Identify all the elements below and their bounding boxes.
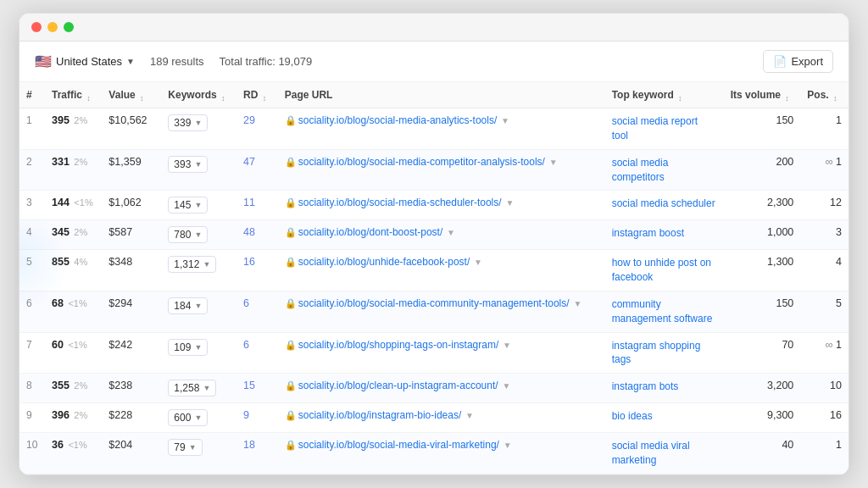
cell-rd: 29 (236, 108, 278, 150)
cell-traffic: 855 4% (45, 250, 102, 291)
total-traffic: Total traffic: 19,079 (220, 55, 313, 68)
cell-traffic: 395 2% (45, 108, 102, 150)
cell-volume: 1,300 (724, 250, 801, 291)
sort-icon-value (140, 92, 148, 100)
col-header-keywords[interactable]: Keywords (161, 82, 236, 108)
sort-icon-rd (263, 92, 271, 100)
cell-keywords[interactable]: 145 ▼ (161, 191, 236, 220)
cell-rd: 47 (236, 149, 278, 191)
keywords-box[interactable]: 109 ▼ (168, 339, 208, 356)
keywords-box[interactable]: 780 ▼ (168, 226, 208, 243)
cell-url[interactable]: 🔒sociality.io/blog/social-media-analytic… (278, 108, 605, 150)
keywords-box[interactable]: 600 ▼ (168, 409, 208, 426)
page-url-link[interactable]: sociality.io/blog/social-media-viral-mar… (298, 439, 499, 451)
results-count: 189 results (150, 55, 204, 68)
traffic-percent: 2% (74, 227, 87, 237)
cell-url[interactable]: 🔒sociality.io/blog/social-media-viral-ma… (278, 433, 605, 474)
cell-volume: 3,200 (724, 374, 801, 403)
cell-top-keyword: instagram bots (605, 374, 724, 403)
col-header-volume[interactable]: Its volume (724, 82, 801, 108)
lock-icon: 🔒 (285, 257, 297, 267)
chevron-down-icon: ▼ (194, 119, 202, 127)
chevron-down-icon: ▼ (194, 201, 202, 209)
cell-keywords[interactable]: 339 ▼ (161, 108, 236, 150)
chevron-down-icon: ▼ (203, 384, 210, 392)
keywords-box[interactable]: 184 ▼ (168, 297, 208, 314)
export-button[interactable]: 📄 Export (763, 50, 833, 73)
cell-volume: 40 (724, 433, 801, 474)
keywords-box[interactable]: 1,258 ▼ (168, 380, 216, 396)
cell-keywords[interactable]: 600 ▼ (161, 403, 236, 433)
chevron-down-icon: ▼ (203, 260, 210, 269)
cell-rd: 15 (236, 374, 278, 403)
cell-url[interactable]: 🔒sociality.io/blog/dont-boost-post/ ▼ (278, 220, 605, 250)
traffic-value: 395 (52, 114, 70, 126)
cell-url[interactable]: 🔒sociality.io/blog/social-media-competit… (278, 149, 605, 191)
keywords-box[interactable]: 1,312 ▼ (168, 256, 216, 273)
cell-keywords[interactable]: 1,258 ▼ (161, 374, 236, 403)
col-header-topkw[interactable]: Top keyword (605, 82, 724, 108)
cell-url[interactable]: 🔒sociality.io/blog/clean-up-instagram-ac… (278, 374, 605, 403)
table-row: 3 144 <1% $1,062 145 ▼ 11 🔒sociality.io/… (19, 191, 849, 220)
cell-traffic: 345 2% (45, 220, 102, 250)
cell-url[interactable]: 🔒sociality.io/blog/shopping-tags-on-inst… (278, 332, 605, 374)
cell-keywords[interactable]: 393 ▼ (161, 149, 236, 191)
keywords-box[interactable]: 145 ▼ (168, 197, 208, 214)
close-dot[interactable] (31, 22, 42, 32)
cell-num: 6 (19, 291, 45, 333)
url-arrow-icon: ▼ (500, 381, 511, 391)
keywords-box[interactable]: 393 ▼ (168, 156, 208, 173)
chevron-down-icon: ▼ (194, 343, 202, 352)
traffic-percent: 2% (74, 115, 87, 125)
country-selector[interactable]: 🇺🇸 United States ▼ (35, 53, 135, 69)
cell-url[interactable]: 🔒sociality.io/blog/unhide-facebook-post/… (278, 250, 605, 291)
cell-value: $587 (102, 220, 161, 250)
col-header-traffic[interactable]: Traffic (45, 82, 102, 108)
page-url-link[interactable]: sociality.io/blog/social-media-scheduler… (298, 197, 502, 208)
cell-value: $238 (102, 374, 161, 403)
cell-keywords[interactable]: 184 ▼ (161, 291, 236, 333)
page-url-link[interactable]: sociality.io/blog/clean-up-instagram-acc… (298, 380, 498, 391)
cell-top-keyword: how to unhide post on facebook (605, 250, 724, 291)
keywords-box[interactable]: 339 ▼ (168, 114, 208, 131)
cell-keywords[interactable]: 1,312 ▼ (161, 250, 236, 291)
cell-url[interactable]: 🔒sociality.io/blog/social-media-communit… (278, 291, 605, 333)
cell-value: $348 (102, 250, 161, 291)
lock-icon: 🔒 (285, 115, 297, 125)
col-header-pos[interactable]: Pos. (800, 82, 849, 108)
title-bar (19, 14, 849, 42)
sort-icon-topkw (678, 92, 687, 100)
cell-url[interactable]: 🔒sociality.io/blog/social-media-schedule… (278, 191, 605, 220)
cell-url[interactable]: 🔒sociality.io/blog/instagram-bio-ideas/ … (278, 403, 605, 433)
keywords-box[interactable]: 79 ▼ (168, 439, 202, 456)
maximize-dot[interactable] (64, 22, 74, 32)
table-header-row: # Traffic Value Keywords RD Page URL Top… (19, 82, 849, 108)
cell-rd: 6 (236, 291, 278, 333)
page-url-link[interactable]: sociality.io/blog/shopping-tags-on-insta… (298, 339, 499, 351)
page-url-link[interactable]: sociality.io/blog/social-media-community… (298, 297, 570, 309)
cell-num: 5 (19, 250, 45, 291)
cell-top-keyword: community management software (605, 291, 724, 333)
page-url-link[interactable]: sociality.io/blog/social-media-competito… (298, 156, 545, 168)
page-url-link[interactable]: sociality.io/blog/instagram-bio-ideas/ (298, 409, 462, 421)
col-header-value[interactable]: Value (102, 82, 161, 108)
cell-keywords[interactable]: 109 ▼ (161, 332, 236, 374)
url-arrow-icon: ▼ (500, 341, 511, 350)
cell-volume: 150 (724, 291, 801, 333)
page-url-link[interactable]: sociality.io/blog/unhide-facebook-post/ (298, 256, 470, 268)
chevron-down-icon: ▼ (194, 413, 202, 422)
traffic-value: 36 (52, 439, 64, 451)
minimize-dot[interactable] (47, 22, 58, 32)
col-header-rd[interactable]: RD (236, 82, 278, 108)
traffic-percent: 2% (74, 380, 87, 391)
page-url-link[interactable]: sociality.io/blog/social-media-analytics… (298, 114, 498, 126)
cell-keywords[interactable]: 79 ▼ (161, 433, 236, 474)
cell-rd: 6 (236, 332, 278, 374)
cell-pos: ∞ 1 (800, 149, 849, 191)
cell-keywords[interactable]: 780 ▼ (161, 220, 236, 250)
cell-value: $10,562 (102, 108, 161, 150)
page-url-link[interactable]: sociality.io/blog/dont-boost-post/ (298, 226, 443, 238)
traffic-value: 855 (52, 256, 70, 268)
table-row: 2 331 2% $1,359 393 ▼ 47 🔒sociality.io/b… (19, 149, 849, 191)
cell-value: $1,062 (102, 191, 161, 220)
